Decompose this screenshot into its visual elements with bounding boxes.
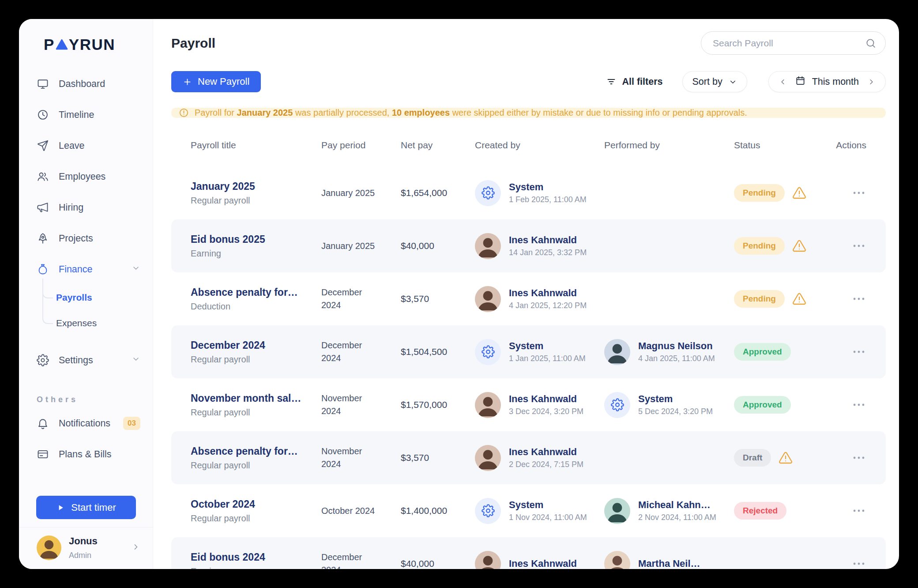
avatar [604, 339, 630, 365]
payroll-subtitle: Regular payroll [191, 196, 321, 206]
payroll-title-link[interactable]: December 2024 [191, 339, 321, 351]
chevron-down-icon[interactable] [132, 264, 140, 275]
status-cell: Pending [734, 290, 833, 308]
row-actions-button[interactable] [851, 397, 866, 412]
system-gear-avatar [475, 339, 501, 365]
payroll-title-link[interactable]: January 2025 [191, 181, 321, 192]
pay-period-value: October 2024 [321, 505, 380, 517]
sidebar-item-label: Dashboard [59, 79, 105, 90]
row-actions-button[interactable] [851, 503, 866, 518]
period-navigator[interactable]: This month [768, 71, 886, 92]
payroll-title-link[interactable]: Eid bonus 2025 [191, 234, 321, 245]
row-actions-button[interactable] [851, 185, 866, 200]
sidebar-item-expenses[interactable]: Expenses [37, 310, 140, 336]
sidebar-item-employees[interactable]: Employees [37, 161, 140, 192]
start-timer-button[interactable]: Start timer [36, 496, 136, 519]
table-row[interactable]: Absence penalty for… Regular payroll Nov… [171, 431, 886, 484]
new-payroll-label: New Payroll [198, 76, 249, 87]
logo-triangle-icon [55, 38, 68, 51]
sidebar-item-settings[interactable]: Settings [37, 345, 140, 376]
warning-banner: Payroll for January 2025 was partially p… [171, 108, 886, 118]
timestamp: 3 Dec 2024, 3:20 PM [509, 407, 583, 416]
row-actions-button[interactable] [851, 238, 866, 253]
pay-period-value: January 2025 [321, 240, 380, 253]
avatar [475, 551, 501, 569]
chevron-right-icon[interactable] [132, 543, 140, 553]
sidebar-item-timeline[interactable]: Timeline [37, 99, 140, 130]
column-header-created-by: Created by [475, 140, 604, 151]
person-name[interactable]: System [638, 393, 713, 405]
page-title: Payroll [171, 36, 215, 51]
table-row[interactable]: Eid bonus 2025 Earning January 2025 $40,… [171, 219, 886, 272]
sidebar-item-projects[interactable]: Projects [37, 223, 140, 254]
person-name[interactable]: Ines Kahnwald [509, 234, 587, 246]
sidebar-item-notifications[interactable]: Notifications 03 [37, 408, 140, 439]
user-name: Jonus [69, 535, 98, 547]
person-name[interactable]: Ines Kahnwald [509, 558, 577, 569]
timestamp: 1 Nov 2024, 11:00 AM [509, 513, 587, 522]
avatar [475, 445, 501, 471]
previous-period-button[interactable] [777, 76, 789, 88]
next-period-button[interactable] [865, 76, 877, 88]
all-filters-button[interactable]: All filters [606, 76, 663, 87]
person-name[interactable]: Ines Kahnwald [509, 446, 583, 458]
table-row[interactable]: Absence penalty for… Deduction December … [171, 272, 886, 325]
created-by-cell: System1 Jan 2025, 11:00 AM [475, 339, 604, 365]
banner-text: Payroll for January 2025 was partially p… [195, 108, 747, 118]
billing-card-icon [37, 448, 49, 460]
person-name[interactable]: System [509, 181, 587, 193]
sidebar-item-label: Settings [59, 355, 93, 366]
person-name[interactable]: Martha Neil… [638, 558, 700, 569]
payroll-title-link[interactable]: Eid bonus 2024 [191, 551, 321, 563]
net-pay-value: $1,504,500 [401, 347, 475, 357]
payroll-subtitle: Earning [191, 566, 321, 569]
payroll-subtitle: Deduction [191, 302, 321, 312]
person-name[interactable]: Micheal Kahn… [638, 499, 716, 511]
user-profile[interactable]: Jonus Admin [19, 527, 153, 560]
payroll-subtitle: Earning [191, 249, 321, 259]
row-actions-button[interactable] [851, 344, 866, 359]
sidebar-item-hiring[interactable]: Hiring [37, 192, 140, 223]
timestamp: 4 Jan 2025, 11:00 AM [638, 354, 715, 363]
sidebar-item-plans-bills[interactable]: Plans & Bills [37, 439, 140, 470]
person-name[interactable]: System [509, 340, 586, 352]
user-role: Admin [69, 551, 98, 560]
sidebar-item-label: Hiring [59, 202, 83, 213]
person-name[interactable]: System [509, 499, 587, 511]
payroll-title-link[interactable]: October 2024 [191, 498, 321, 510]
table-row[interactable]: January 2025 Regular payroll January 202… [171, 166, 886, 219]
table-row[interactable]: December 2024 Regular payroll December 2… [171, 325, 886, 378]
row-actions-button[interactable] [851, 291, 866, 306]
payroll-title-link[interactable]: November month sal… [191, 392, 321, 404]
payroll-title-link[interactable]: Absence penalty for… [191, 286, 321, 298]
payroll-title-link[interactable]: Absence penalty for… [191, 445, 321, 457]
sidebar-item-dashboard[interactable]: Dashboard [37, 68, 140, 99]
new-payroll-button[interactable]: New Payroll [171, 71, 261, 92]
search-icon[interactable] [865, 38, 877, 49]
net-pay-value: $40,000 [401, 558, 475, 569]
person-name[interactable]: Magnus Neilson [638, 340, 715, 352]
status-badge: Pending [734, 184, 785, 202]
table-row[interactable]: Eid bonus 2024 Earning December 2024 $40… [171, 537, 886, 569]
table-row[interactable]: November month sal… Regular payroll Nove… [171, 378, 886, 431]
system-gear-avatar [604, 392, 630, 418]
chevron-down-icon[interactable] [132, 354, 140, 366]
table-row[interactable]: October 2024 Regular payroll October 202… [171, 484, 886, 537]
sort-by-dropdown[interactable]: Sort by [682, 71, 747, 92]
person-name[interactable]: Ines Kahnwald [509, 393, 583, 405]
search-input[interactable] [713, 38, 860, 49]
topbar: Payroll [171, 31, 886, 55]
search-box[interactable] [701, 31, 886, 55]
sidebar-subitem-label: Payrolls [56, 292, 92, 303]
payroll-subtitle: Regular payroll [191, 354, 321, 365]
avatar [475, 392, 501, 418]
sidebar-item-leave[interactable]: Leave [37, 130, 140, 161]
created-by-cell: Ines Kahnwald [475, 551, 604, 569]
payroll-subtitle: Regular payroll [191, 407, 321, 418]
sidebar-nav: Dashboard Timeline Leave Employees Hirin… [19, 62, 153, 470]
system-gear-avatar [475, 498, 501, 524]
sidebar-item-label: Finance [59, 264, 93, 275]
row-actions-button[interactable] [851, 556, 866, 569]
row-actions-button[interactable] [851, 450, 866, 465]
person-name[interactable]: Ines Kahnwald [509, 287, 587, 299]
